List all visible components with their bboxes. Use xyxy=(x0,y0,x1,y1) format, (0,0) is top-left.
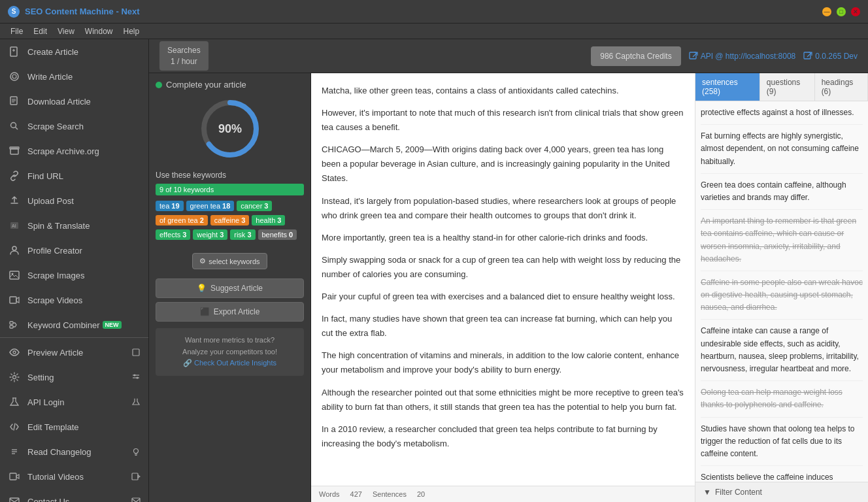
sentence-0: protective effects against a host of ill… xyxy=(701,107,863,125)
tag-of-green-tea[interactable]: of green tea 2 xyxy=(156,215,208,226)
api-label: API @ http://localhost:8008 xyxy=(701,52,796,61)
searches-badge: Searches 1 / hour xyxy=(159,41,209,71)
titlebar: S SEO Content Machine - Next — □ ✕ xyxy=(0,0,868,24)
maximize-button[interactable]: □ xyxy=(837,7,846,16)
sidebar-item-upload-post[interactable]: Upload Post xyxy=(0,188,148,213)
api-link[interactable]: API @ http://localhost:8008 xyxy=(689,52,796,61)
svg-rect-19 xyxy=(10,322,13,324)
sidebar-label: Scrape Images xyxy=(27,271,84,280)
filter-icon: ▼ xyxy=(703,488,711,497)
svg-rect-34 xyxy=(132,473,138,480)
image-icon xyxy=(8,269,21,282)
eye-icon xyxy=(8,346,21,359)
sidebar-label: Contact Us xyxy=(27,497,69,503)
sidebar-item-tutorial-videos[interactable]: Tutorial Videos xyxy=(0,464,148,489)
sidebar-item-create-article[interactable]: Create Article xyxy=(0,39,148,64)
article-para-8: The high concentration of vitamins and m… xyxy=(322,348,684,377)
tag-tea[interactable]: tea 19 xyxy=(156,201,184,211)
filter-content-bar[interactable]: ▼ Filter Content xyxy=(695,482,868,502)
envelope-icon xyxy=(131,497,141,502)
sidebar-item-contact-us[interactable]: Contact Us xyxy=(0,489,148,502)
tag-cancer[interactable]: cancer 3 xyxy=(237,201,272,211)
article-text[interactable]: Matcha, like other green teas, contains … xyxy=(311,73,695,486)
gear-small-icon: ⚙ xyxy=(199,257,206,265)
combine-icon xyxy=(8,318,21,331)
keyword-tags-row3: effects 3 weight 3 risk 3 benefits 0 xyxy=(156,229,304,240)
sidebar-label: Spin & Translate xyxy=(27,221,90,231)
menu-window[interactable]: Window xyxy=(80,25,118,37)
app-title: SEO Content Machine - Next xyxy=(25,7,822,16)
sentence-5: Caffeine intake can cause a range of und… xyxy=(701,325,863,381)
tab-headings[interactable]: headings (6) xyxy=(815,73,868,101)
sidebar-item-edit-template[interactable]: Edit Template xyxy=(0,414,148,439)
version-link[interactable]: 0.0.265 Dev xyxy=(803,52,858,61)
progress-text: 90% xyxy=(218,122,241,135)
tag-effects[interactable]: effects 3 xyxy=(156,229,190,240)
left-panel: Complete your article 90% Use these keyw… xyxy=(149,73,311,502)
sentence-1: Fat burning effects are highly synergist… xyxy=(701,130,863,174)
sidebar-item-spin-translate[interactable]: AI Spin & Translate xyxy=(0,213,148,238)
svg-rect-37 xyxy=(690,52,696,59)
sidebar-item-scrape-search[interactable]: Scrape Search xyxy=(0,114,148,139)
tab-sentences[interactable]: sentences (258) xyxy=(695,73,760,101)
tag-benefits[interactable]: benefits 0 xyxy=(258,229,297,240)
sidebar-item-scrape-videos[interactable]: Scrape Videos xyxy=(0,288,148,312)
right-content[interactable]: protective effects against a host of ill… xyxy=(695,101,868,482)
keyword-tags-row2: of green tea 2 caffeine 3 health 3 xyxy=(156,215,304,226)
pencil-icon xyxy=(8,70,21,83)
menu-file[interactable]: File xyxy=(5,25,28,37)
menu-help[interactable]: Help xyxy=(118,25,145,37)
svg-point-21 xyxy=(13,351,16,354)
svg-rect-16 xyxy=(10,271,19,279)
tag-risk[interactable]: risk 3 xyxy=(230,229,255,240)
sidebar-item-keyword-combiner[interactable]: Keyword Combiner NEW xyxy=(0,312,148,337)
code-icon xyxy=(8,420,21,433)
sidebar-label: API Login xyxy=(27,397,64,407)
metrics-link-text: Check Out Article Insights xyxy=(194,359,276,367)
tab-questions[interactable]: questions (9) xyxy=(760,73,815,101)
article-para-2: CHICAGO—March 5, 2009—With origins datin… xyxy=(322,142,684,186)
tag-green-tea[interactable]: green tea 18 xyxy=(186,201,235,211)
sidebar-label: Setting xyxy=(27,373,54,382)
words-count: 427 xyxy=(350,490,362,498)
sidebar-item-api-login[interactable]: API Login xyxy=(0,390,148,414)
svg-point-23 xyxy=(13,376,16,379)
title-text: SEO Content Machine xyxy=(25,7,114,16)
lightbulb-icon xyxy=(131,447,141,456)
metrics-link[interactable]: 🔗 Check Out Article Insights xyxy=(183,359,276,367)
api-flask-icon xyxy=(131,397,141,407)
captcha-credits-button[interactable]: 986 Captcha Credits xyxy=(591,46,680,66)
tag-health[interactable]: health 3 xyxy=(252,215,285,226)
sidebar-item-download-article[interactable]: Download Article xyxy=(0,89,148,114)
minimize-button[interactable]: — xyxy=(822,7,831,16)
menu-view[interactable]: View xyxy=(52,25,80,37)
sidebar-item-scrape-images[interactable]: Scrape Images xyxy=(0,263,148,288)
tag-caffeine[interactable]: caffeine 3 xyxy=(210,215,249,226)
menubar: File Edit View Window Help xyxy=(0,24,868,39)
version-label: 0.0.265 Dev xyxy=(815,52,858,61)
close-button[interactable]: ✕ xyxy=(851,7,860,16)
sentence-7: Studies have shown that oolong tea helps… xyxy=(701,423,863,467)
sidebar-item-find-url[interactable]: Find URL xyxy=(0,163,148,188)
sidebar-label: Create Article xyxy=(27,47,78,57)
select-keywords-button[interactable]: ⚙ select keywords xyxy=(192,253,267,269)
sidebar-item-profile-creator[interactable]: Profile Creator xyxy=(0,238,148,263)
sidebar-label: Keyword Combiner xyxy=(27,320,100,330)
export-label: Export Article xyxy=(214,307,260,316)
sentence-8: Scientists believe the caffeine induces … xyxy=(701,471,863,482)
filter-label: Filter Content xyxy=(715,488,762,497)
progress-circle: 90% xyxy=(197,96,263,161)
sidebar-item-read-changelog[interactable]: Read Changelog xyxy=(0,439,148,464)
article-para-5: Simply swapping soda or snack for a cup … xyxy=(322,253,684,282)
menu-edit[interactable]: Edit xyxy=(28,25,52,37)
sidebar-label: Scrape Search xyxy=(27,122,84,131)
sidebar-item-setting[interactable]: Setting xyxy=(0,365,148,390)
export-article-button[interactable]: ⬛ Export Article xyxy=(156,302,304,322)
suggest-article-button[interactable]: 💡 Suggest Article xyxy=(156,278,304,298)
archive-icon xyxy=(8,144,21,158)
bulb-icon: 💡 xyxy=(197,284,207,293)
sidebar-item-preview-article[interactable]: Preview Article xyxy=(0,337,148,365)
sidebar-item-write-article[interactable]: Write Article xyxy=(0,64,148,89)
sidebar-item-scrape-archive[interactable]: Scrape Archive.org xyxy=(0,139,148,163)
tag-weight[interactable]: weight 3 xyxy=(193,229,227,240)
